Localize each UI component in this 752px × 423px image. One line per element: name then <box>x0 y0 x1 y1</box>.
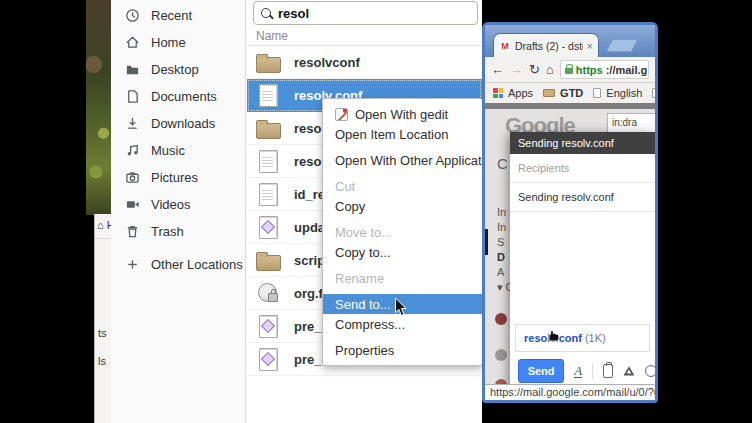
desktop-folder-icon <box>125 62 140 77</box>
background-text-fragment: ls <box>98 355 106 367</box>
https-lock-icon <box>565 68 573 74</box>
search-bar: resol <box>247 0 482 27</box>
folder-icon <box>255 49 281 75</box>
sidebar-item-label: Other Locations <box>151 257 243 272</box>
text-file-icon <box>255 181 281 207</box>
sidebar-item-label: Documents <box>151 89 217 104</box>
address-bar[interactable]: https ://mail.g <box>560 60 649 79</box>
home-icon[interactable]: ⌂ <box>546 63 554 76</box>
gmail-favicon: M <box>499 40 511 52</box>
folder-icon <box>255 247 281 273</box>
home-icon <box>125 35 140 50</box>
script-file-icon <box>255 346 281 372</box>
sidebar-item-label: Downloads <box>151 116 215 131</box>
sidebar-item-trash[interactable]: Trash <box>111 218 245 245</box>
background-text-fragment: ts <box>98 327 107 339</box>
menu-item-move-to: Move to... <box>323 222 482 242</box>
sidebar-item-videos[interactable]: Videos <box>111 191 245 218</box>
scrollbar-thumb[interactable] <box>485 229 488 255</box>
menu-item-label: Send to... <box>335 297 391 312</box>
chrome-tab-strip: M Drafts (2) - dsteele@ × <box>485 25 655 57</box>
attachment-size: (1K) <box>585 332 606 344</box>
sidebar-item-documents[interactable]: Documents <box>111 83 245 110</box>
recipients-field[interactable]: Recipients <box>510 154 655 183</box>
camera-icon <box>125 170 140 185</box>
chrome-toolbar: ← → ↻ ⌂ https ://mail.g <box>485 57 655 83</box>
sidebar-item-label: Recent <box>151 8 192 23</box>
menu-item-rename: Rename <box>323 268 482 288</box>
recent-icon <box>125 8 140 23</box>
chrome-window: M Drafts (2) - dsteele@ × ← → ↻ ⌂ https … <box>482 22 658 403</box>
tab-close-icon[interactable]: × <box>587 40 593 52</box>
bookmark-apps[interactable]: Apps <box>508 87 533 99</box>
sidebar-item-label: Videos <box>151 197 191 212</box>
search-value: resol <box>278 6 309 21</box>
browser-tab[interactable]: M Drafts (2) - dsteele@ × <box>493 33 599 57</box>
script-file-icon <box>255 313 281 339</box>
music-icon <box>125 143 140 158</box>
sidebar-item-recent[interactable]: Recent <box>111 2 245 29</box>
compose-title-bar[interactable]: Sending resolv.conf <box>510 132 655 154</box>
formatting-options-icon[interactable]: A <box>574 364 582 378</box>
bookmark-folder-icon <box>543 89 555 97</box>
bookmark-page-icon <box>593 88 601 98</box>
video-icon <box>125 197 140 212</box>
sidebar-item-pictures[interactable]: Pictures <box>111 164 245 191</box>
compose-body[interactable] <box>510 212 655 324</box>
contact-avatar <box>495 313 507 325</box>
sidebar-item-home[interactable]: Home <box>111 29 245 56</box>
script-file-icon <box>255 214 281 240</box>
screen: ⌂ Ho ts ls Recent Home Desktop Documents <box>0 0 752 423</box>
menu-item-label: Open With gedit <box>355 107 448 122</box>
attachment-chip[interactable]: resolv.conf (1K) <box>515 324 650 352</box>
context-menu: Open With gedit Open Item Location Open … <box>322 98 483 366</box>
contact-avatar <box>495 349 507 361</box>
sidebar-item-downloads[interactable]: Downloads <box>111 110 245 137</box>
menu-item-open-with-other-application[interactable]: Open With Other Application <box>323 150 482 170</box>
menu-item-label: Open With Other Application <box>335 153 499 168</box>
url-text: ://mail.g <box>606 64 648 76</box>
gmail-search-input[interactable]: in:dra <box>607 113 655 133</box>
menu-item-copy-to[interactable]: Copy to... <box>323 242 482 262</box>
menu-item-open-item-location[interactable]: Open Item Location <box>323 124 482 144</box>
compose-button-fragment[interactable]: C <box>497 155 508 172</box>
menu-item-copy[interactable]: Copy <box>323 196 482 216</box>
menu-item-cut: Cut <box>323 176 482 196</box>
menu-item-label: Copy <box>335 199 365 214</box>
gmail-top-strip <box>485 103 655 109</box>
back-icon[interactable]: ← <box>491 63 504 76</box>
divider <box>592 363 593 379</box>
document-icon <box>125 89 140 104</box>
files-sidebar: Recent Home Desktop Documents Downloads … <box>111 0 246 423</box>
background-window-fragment: ⌂ Ho ts ls <box>94 214 112 423</box>
file-row[interactable]: resolvconf <box>247 46 482 79</box>
bookmark-gtd[interactable]: GTD <box>560 87 583 99</box>
insert-photo-icon-fragment[interactable] <box>645 365 655 377</box>
bookmark-english[interactable]: English <box>606 87 642 99</box>
sidebar-item-music[interactable]: Music <box>111 137 245 164</box>
bookmark-page-icon <box>652 88 655 98</box>
menu-item-label: Rename <box>335 271 384 286</box>
gedit-icon <box>335 108 348 121</box>
subject-field[interactable]: Sending resolv.conf <box>510 183 655 212</box>
text-file-icon <box>255 82 281 108</box>
menu-item-properties[interactable]: Properties <box>323 340 482 360</box>
background-window-title-fragment: ⌂ Ho <box>97 219 112 231</box>
forward-icon[interactable]: → <box>510 63 523 76</box>
refresh-icon[interactable]: ↻ <box>529 63 540 76</box>
service-lock-file-icon <box>255 280 281 306</box>
list-column-header[interactable]: Name <box>247 27 482 46</box>
text-file-icon <box>255 148 281 174</box>
url-scheme: https <box>576 64 603 76</box>
attach-files-icon[interactable] <box>603 364 613 378</box>
sidebar-item-other-locations[interactable]: Other Locations <box>111 251 245 278</box>
gmail-page: Google in:dra C In In S D A ▾ C Matthew,… <box>485 103 655 400</box>
apps-grid-icon[interactable] <box>493 88 503 98</box>
new-tab-button[interactable] <box>606 39 639 52</box>
sidebar-item-desktop[interactable]: Desktop <box>111 56 245 83</box>
search-input[interactable]: resol <box>253 1 478 25</box>
menu-item-open-with-gedit[interactable]: Open With gedit <box>323 104 482 124</box>
send-button[interactable]: Send <box>518 359 564 383</box>
menu-item-label: Copy to... <box>335 245 391 260</box>
drive-icon[interactable] <box>623 365 635 377</box>
